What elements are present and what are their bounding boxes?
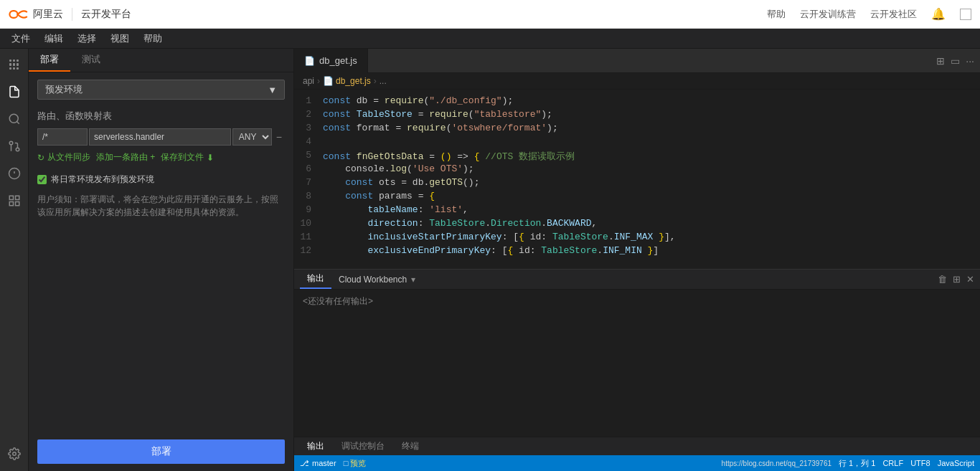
status-right: https://blog.csdn.net/qq_21739761 行 1，列 … [722, 458, 974, 469]
activity-bar [0, 49, 29, 471]
deploy-btn-container: 部署 [29, 432, 293, 471]
window-button[interactable] [960, 9, 971, 20]
sync-from-file-button[interactable]: ↻ 从文件同步 [37, 150, 90, 165]
output-header: 输出 Cloud Workbench ▾ 🗑 ⊞ ✕ [294, 270, 980, 290]
bottom-tabs: 输出 调试控制台 终端 [294, 437, 980, 455]
editor-layout-icon[interactable]: ▭ [951, 55, 960, 67]
nav-training[interactable]: 云开发训练营 [800, 8, 856, 21]
top-bar-left: 阿里云 云开发平台 [9, 6, 131, 22]
output-title: Cloud Workbench ▾ [339, 275, 415, 285]
download-icon: ⬇ [207, 153, 214, 163]
sidebar-bottom: 部署 [29, 432, 293, 471]
route-method-select[interactable]: ANY GET POST [232, 128, 272, 146]
svg-line-2 [17, 121, 19, 123]
editor-tab-bar: 📄 db_get.js ⊞ ▭ ··· [294, 49, 980, 73]
editor-area: 📄 db_get.js ⊞ ▭ ··· api › 📄 db_get.js › … [294, 49, 980, 471]
csdn-link[interactable]: https://blog.csdn.net/qq_21739761 [722, 460, 831, 467]
breadcrumb: api › 📄 db_get.js › ... [294, 73, 980, 90]
preview-status[interactable]: □ 预览 [344, 458, 367, 469]
main-layout: 部署 测试 预发环境 ▼ 路由、函数映射表 ANY GET POST − [0, 49, 980, 471]
svg-point-4 [9, 141, 13, 145]
bottom-tab-output[interactable]: 输出 [300, 439, 331, 454]
output-close-icon[interactable]: ✕ [966, 274, 974, 285]
output-tab-output[interactable]: 输出 [300, 270, 331, 289]
activity-menu-icon[interactable] [1, 52, 27, 77]
bottom-tab-terminal[interactable]: 终端 [395, 439, 426, 454]
cursor-position[interactable]: 行 1，列 1 [839, 458, 875, 469]
route-handler-input[interactable] [89, 128, 231, 146]
nav-community[interactable]: 云开发社区 [870, 8, 917, 21]
activity-extension-icon[interactable] [1, 188, 27, 214]
route-delete-button[interactable]: − [273, 128, 285, 146]
code-line: 4 [294, 136, 980, 150]
svg-rect-0 [9, 11, 17, 18]
svg-point-1 [9, 114, 18, 123]
route-section-title: 路由、函数映射表 [37, 110, 285, 123]
menu-select[interactable]: 选择 [72, 31, 102, 47]
notification-bell-icon[interactable]: 🔔 [931, 7, 946, 21]
split-editor-icon[interactable]: ⊞ [936, 55, 945, 67]
breadcrumb-file[interactable]: 📄 db_get.js [323, 76, 371, 86]
svg-rect-10 [15, 196, 19, 199]
code-line: 3 const format = require('otswhere/forma… [294, 123, 980, 136]
deploy-button[interactable]: 部署 [37, 439, 285, 464]
svg-rect-12 [9, 202, 13, 206]
sync-icon: ↻ [37, 153, 44, 163]
activity-debug-icon[interactable] [1, 161, 27, 186]
language-mode[interactable]: JavaScript [938, 459, 974, 467]
svg-point-13 [12, 452, 16, 456]
app-name: 云开发平台 [72, 8, 131, 21]
save-to-file-button[interactable]: 保存到文件 ⬇ [161, 150, 214, 165]
env-dropdown[interactable]: 预发环境 ▼ [37, 80, 285, 100]
add-route-button[interactable]: 添加一条路由 + [96, 150, 155, 165]
svg-rect-9 [9, 196, 13, 199]
code-line: 6 console.log('Use OTS'); [294, 163, 980, 177]
route-path-input[interactable] [37, 128, 88, 146]
breadcrumb-api[interactable]: api [303, 76, 314, 86]
menu-bar: 文件 编辑 选择 视图 帮助 [0, 29, 980, 49]
editor-tab-db-get-js[interactable]: 📄 db_get.js [294, 49, 368, 73]
git-branch-status[interactable]: ⎇ master [300, 459, 336, 468]
activity-search-icon[interactable] [1, 106, 27, 132]
sidebar: 部署 测试 预发环境 ▼ 路由、函数映射表 ANY GET POST − [29, 49, 294, 471]
code-area[interactable]: 1 const db = require("./db_config"); 2 c… [294, 90, 980, 269]
bottom-tab-debug[interactable]: 调试控制台 [334, 439, 392, 454]
logo-text: 阿里云 [33, 8, 63, 21]
env-sync-label: 将日常环境发布到预发环境 [51, 173, 154, 186]
preview-icon: □ [344, 459, 349, 467]
aliyun-logo [9, 6, 29, 22]
breadcrumb-more[interactable]: ... [380, 76, 387, 86]
activity-settings-icon[interactable] [1, 441, 27, 467]
status-left: ⎇ master □ 预览 [300, 458, 366, 469]
js-file-icon: 📄 [304, 56, 315, 66]
activity-git-icon[interactable] [1, 133, 27, 159]
env-label: 预发环境 [45, 83, 83, 96]
encoding[interactable]: UTF8 [910, 459, 930, 467]
dropdown-arrow-icon: ▼ [268, 85, 277, 95]
menu-edit[interactable]: 编辑 [39, 31, 69, 47]
editor-tab-actions: ⊞ ▭ ··· [936, 55, 980, 67]
editor-more-icon[interactable]: ··· [966, 55, 974, 67]
action-row: ↻ 从文件同步 添加一条路由 + 保存到文件 ⬇ [37, 150, 285, 165]
notice-box: 用户须知：部署调试，将会在您为此应用开通的云服务上，按照该应用所属解决方案的描述… [37, 193, 285, 219]
top-bar-right: 帮助 云开发训练营 云开发社区 🔔 [767, 7, 971, 21]
line-ending[interactable]: CRLF [882, 459, 903, 467]
checkbox-row: 将日常环境发布到预发环境 [37, 173, 285, 186]
activity-explorer-icon[interactable] [1, 79, 27, 105]
menu-file[interactable]: 文件 [6, 31, 36, 47]
output-clear-icon[interactable]: 🗑 [938, 274, 947, 285]
menu-help[interactable]: 帮助 [138, 31, 168, 47]
tab-test[interactable]: 测试 [70, 49, 112, 72]
nav-help[interactable]: 帮助 [767, 8, 786, 21]
status-bar: ⎇ master □ 预览 https://blog.csdn.net/qq_2… [294, 455, 980, 471]
env-sync-checkbox[interactable] [37, 175, 47, 184]
output-split-icon[interactable]: ⊞ [953, 274, 961, 285]
output-dropdown-icon[interactable]: ▾ [411, 275, 415, 285]
code-line: 1 const db = require("./db_config"); [294, 95, 980, 109]
tab-deploy[interactable]: 部署 [29, 49, 70, 72]
code-line: 2 const TableStore = require("tablestore… [294, 109, 980, 123]
menu-view[interactable]: 视图 [105, 31, 135, 47]
notice-text: 用户须知：部署调试，将会在您为此应用开通的云服务上，按照该应用所属解决方案的描述… [37, 193, 285, 219]
code-line: 12 exclusiveEndPrimaryKey: [{ id: TableS… [294, 245, 980, 259]
code-line: 9 tableName: 'list', [294, 204, 980, 218]
